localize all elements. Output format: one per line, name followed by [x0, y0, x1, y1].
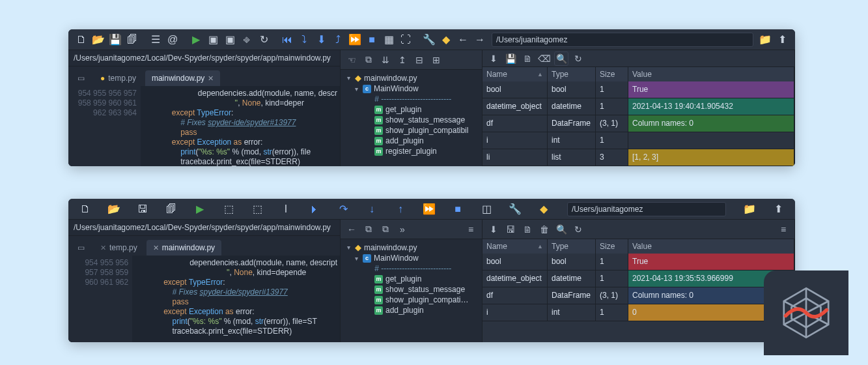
twisty-icon[interactable]: ▾ [352, 255, 360, 262]
code-content[interactable]: dependencies.add(module, name, descript … [132, 256, 340, 342]
tab-browser-icon[interactable]: ▭ [71, 70, 91, 86]
parent-dir-icon[interactable]: ⬆ [774, 32, 790, 48]
var-row[interactable]: iint1 [483, 132, 794, 149]
working-dir-input[interactable] [567, 202, 726, 216]
col-name-header[interactable]: Name▲ [483, 67, 548, 81]
save-data-icon[interactable]: 🖫 [503, 222, 518, 237]
col-value-header[interactable]: Value [628, 239, 794, 254]
wrench-icon[interactable]: 🔧 [507, 201, 523, 217]
search-icon[interactable]: 🔍 [554, 51, 568, 66]
forward-icon[interactable]: → [472, 32, 488, 48]
collapse-icon[interactable]: ⇊ [378, 53, 393, 67]
var-row[interactable]: datetime_objectdatetime12021-04-13 19:40… [483, 98, 794, 115]
tab-mainwindow[interactable]: mainwindow.py✕ [145, 70, 220, 86]
outline-method[interactable]: get_plugin [385, 105, 421, 114]
step-over-icon[interactable]: ↷ [335, 201, 351, 217]
var-row[interactable]: iint10 [483, 304, 794, 321]
code-editor[interactable]: 954 955 956 957 958 959 960 961 962 depe… [68, 256, 340, 342]
at-icon[interactable]: @ [165, 32, 180, 48]
run-cell-advance-icon[interactable]: ⬚ [249, 201, 265, 217]
save-as-icon[interactable]: 🗎 [520, 51, 535, 66]
var-row[interactable]: lilist3[1, 2, 3] [483, 149, 794, 166]
stop-icon[interactable]: ■ [450, 201, 466, 217]
var-row[interactable]: boolbool1True [483, 254, 794, 270]
new-file-icon[interactable]: 🗋 [77, 201, 93, 217]
step-out-icon[interactable]: ↑ [393, 201, 408, 217]
cursor-icon[interactable]: I [278, 201, 294, 217]
close-tab-icon[interactable]: ✕ [100, 244, 106, 252]
run-icon[interactable]: ▶ [188, 32, 204, 48]
twisty-icon[interactable]: ▾ [352, 85, 360, 93]
run-cell-icon[interactable]: ▣ [205, 32, 221, 48]
var-table-body-1[interactable]: boolbool1Truedatetime_objectdatetime1202… [483, 81, 794, 166]
search-icon[interactable]: 🔍 [554, 222, 568, 237]
outline-method[interactable]: add_plugin [385, 306, 424, 315]
tab-mainwindow[interactable]: ✕mainwindow.py [147, 240, 221, 256]
save-data-icon[interactable]: 💾 [503, 51, 518, 66]
outline-class[interactable]: MainWindow [374, 254, 419, 263]
wrench-icon[interactable]: 🔧 [421, 32, 437, 48]
back-icon[interactable]: ← [455, 32, 471, 48]
save-all-icon[interactable]: 🗐 [163, 201, 179, 217]
code-content[interactable]: dependencies.add(module, name, descr '',… [141, 86, 340, 166]
debug-icon[interactable]: ⏵ [307, 201, 322, 217]
outline-method[interactable]: show_plugin_compati… [385, 295, 468, 304]
debug-step-icon[interactable]: ⏮ [279, 32, 295, 48]
delete-icon[interactable]: 🗑 [537, 222, 552, 237]
expand-icon[interactable]: ↥ [395, 53, 410, 67]
layout-icon[interactable]: ◫ [479, 201, 494, 217]
outline-class[interactable]: MainWindow [374, 84, 419, 93]
new-file-icon[interactable]: 🗋 [74, 32, 89, 48]
tab-temp[interactable]: ●temp.py [94, 70, 143, 86]
continue-icon[interactable]: ⏩ [421, 201, 437, 217]
import-icon[interactable]: ⬇ [486, 51, 501, 66]
save-as-icon[interactable]: 🗎 [520, 222, 535, 237]
debug-step-into-icon[interactable]: ⬇ [313, 32, 329, 48]
var-row[interactable]: dfDataFrame(3, 1)Column names: 0 [483, 115, 794, 132]
outline-method[interactable]: show_status_message [385, 115, 465, 124]
var-row[interactable]: datetime_objectdatetime12021-04-13 19:35… [483, 270, 794, 287]
col-name-header[interactable]: Name▲ [483, 239, 548, 254]
erase-icon[interactable]: ⌫ [537, 51, 552, 66]
outline-file[interactable]: mainwindow.py [364, 243, 417, 252]
step-in-icon[interactable]: ↓ [364, 201, 380, 217]
close-tab-icon[interactable]: ✕ [153, 244, 159, 252]
outline-tree[interactable]: ▾◆mainwindow.py ▾cMainWindow # ---------… [341, 239, 482, 342]
open-icon[interactable]: 📂 [91, 32, 106, 48]
outline-method[interactable]: show_status_message [385, 285, 465, 294]
debug-continue-icon[interactable]: ⏩ [347, 32, 363, 48]
save-icon[interactable]: 🖫 [135, 201, 150, 217]
menu-icon[interactable]: ≡ [464, 222, 478, 237]
col-type-header[interactable]: Type [548, 67, 596, 81]
working-dir-input[interactable] [492, 33, 753, 47]
var-row[interactable]: dfDataFrame(3, 1)Column names: 0 [483, 287, 794, 304]
var-table-body-2[interactable]: boolbool1Truedatetime_objectdatetime1202… [483, 254, 794, 342]
layout-icon[interactable]: ▦ [381, 32, 397, 48]
outline-file[interactable]: mainwindow.py [364, 74, 417, 83]
browse-dir-icon[interactable]: 📁 [757, 32, 773, 48]
run-selection-icon[interactable]: ⎆ [239, 32, 255, 48]
outline-tree[interactable]: ▾◆mainwindow.py ▾cMainWindow # ---------… [341, 70, 482, 166]
restart-icon[interactable]: ↻ [256, 32, 272, 48]
refresh-icon[interactable]: ↻ [571, 51, 585, 66]
copy-icon[interactable]: ⧉ [361, 53, 376, 67]
save-icon[interactable]: 💾 [107, 32, 123, 48]
var-row[interactable]: boolbool1True [483, 81, 794, 98]
twisty-icon[interactable]: ▾ [344, 244, 352, 251]
debug-step-over-icon[interactable]: ⤵ [296, 32, 312, 48]
tab-browser-icon[interactable]: ▭ [71, 240, 91, 256]
twisty-icon[interactable]: ▾ [344, 74, 352, 81]
refresh-icon[interactable]: ↻ [571, 222, 585, 237]
import-icon[interactable]: ⬇ [486, 222, 501, 237]
code-editor[interactable]: 954 955 956 957 958 959 960 961 962 963 … [68, 86, 340, 166]
menu-icon[interactable]: ≡ [776, 222, 791, 237]
debug-step-out-icon[interactable]: ⤴ [330, 32, 346, 48]
copy-all-icon[interactable]: ⧉ [378, 222, 393, 237]
tab-temp[interactable]: ✕temp.py [94, 240, 144, 256]
browse-dir-icon[interactable]: 📁 [742, 201, 757, 217]
list-icon[interactable]: ☰ [148, 32, 163, 48]
python-icon[interactable]: ◆ [438, 32, 454, 48]
plus-icon[interactable]: ⊞ [429, 53, 443, 67]
open-icon[interactable]: 📂 [106, 201, 122, 217]
outline-method[interactable]: get_plugin [385, 274, 421, 284]
